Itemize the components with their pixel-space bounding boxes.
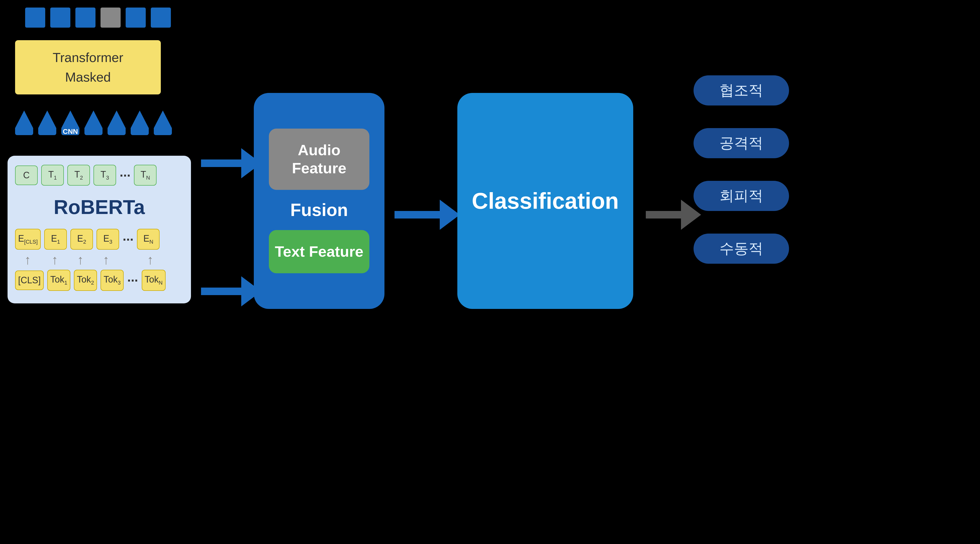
cone-7 <box>154 111 172 135</box>
output-label-1: 공격적 <box>694 128 789 158</box>
arrow-roberta-to-fusion <box>201 276 261 306</box>
fusion-label: Fusion <box>290 200 348 220</box>
t3-token: T3 <box>94 165 116 186</box>
input-token-row: [CLS] Tok1 Tok2 Tok3 ··· TokN <box>15 270 183 290</box>
c-token: C <box>15 165 38 185</box>
blue-sq-2 <box>50 8 70 28</box>
dark-arrow-shaft <box>646 211 681 219</box>
roberta-label: RoBERTa <box>15 196 183 219</box>
e2-token: E2 <box>70 229 93 250</box>
en-token: EN <box>137 229 159 250</box>
dots-2: ··· <box>123 232 134 247</box>
arrow-shaft-2 <box>201 287 241 295</box>
e-token-row: E[CLS] E1 E2 E3 ··· EN <box>15 229 183 250</box>
arrow-audio-to-fusion <box>201 148 261 178</box>
cls-token: [CLS] <box>15 271 44 290</box>
tok2-token: Tok2 <box>74 270 97 290</box>
cone-2 <box>38 111 56 135</box>
e1-token: E1 <box>44 229 67 250</box>
blue-sq-4 <box>126 8 146 28</box>
arrow-shaft-1 <box>201 160 241 167</box>
transformer-line2: Masked <box>20 67 156 87</box>
cone-5 <box>108 111 126 135</box>
arrow-1: ↑ <box>44 252 66 267</box>
tokn-token: TokN <box>142 270 166 290</box>
fusion-box: Audio Feature Fusion Text Feature <box>254 93 385 309</box>
arrow-cls: ↑ <box>15 252 40 267</box>
tn-token: TN <box>134 165 156 186</box>
transformer-line1: Transformer <box>20 48 156 67</box>
output-text-1: 공격적 <box>719 133 763 153</box>
blue-squares-row <box>25 8 171 28</box>
roberta-box: C T1 T2 T3 ··· TN RoBERTa E[CLS] E1 E2 E… <box>8 156 191 303</box>
arrow-3: ↑ <box>95 252 117 267</box>
t2-token: T2 <box>67 165 90 186</box>
cone-4 <box>84 111 102 135</box>
transformer-box: Transformer Masked <box>15 40 161 94</box>
audio-feature-label: Audio Feature <box>274 141 364 177</box>
output-text-0: 협조적 <box>719 81 763 100</box>
arrow-class-to-outputs <box>646 200 701 230</box>
text-feature-label: Text Feature <box>274 243 364 261</box>
arrow-fusion-to-class <box>395 200 460 230</box>
tok1-token: Tok1 <box>47 270 70 290</box>
dots-1: ··· <box>119 168 130 183</box>
up-arrows: ↑ ↑ ↑ ↑ ↑ <box>15 252 183 267</box>
blue-sq-5 <box>151 8 171 28</box>
e3-token: E3 <box>97 229 119 250</box>
main-diagram: Transformer Masked CNN <box>0 0 980 544</box>
audio-feature-box: Audio Feature <box>269 128 369 190</box>
dots-3: ··· <box>127 273 138 288</box>
output-label-3: 수동적 <box>694 233 789 264</box>
tok3-token: Tok3 <box>100 270 124 290</box>
cone-cnn: CNN <box>61 111 80 135</box>
gray-sq <box>100 8 121 28</box>
text-feature-box: Text Feature <box>269 230 369 273</box>
cnn-row: CNN <box>15 111 172 135</box>
output-label-2: 회피적 <box>694 181 789 211</box>
output-text-3: 수동적 <box>719 239 763 259</box>
arrow-head-3 <box>440 200 460 230</box>
classification-label: Classification <box>472 187 619 214</box>
c-token-row: C T1 T2 T3 ··· TN <box>15 165 183 186</box>
cnn-label: CNN <box>63 128 78 136</box>
arrow-n: ↑ <box>139 252 161 267</box>
arrow-shaft-3 <box>395 211 440 219</box>
cone-1 <box>15 111 33 135</box>
arrow-2: ↑ <box>69 252 91 267</box>
blue-sq-3 <box>75 8 95 28</box>
output-section: 협조적 공격적 회피적 수동적 <box>694 75 789 264</box>
output-text-2: 회피적 <box>719 186 763 206</box>
t1-token: T1 <box>41 165 64 186</box>
ecls-token: E[CLS] <box>15 229 41 250</box>
blue-sq-1 <box>25 8 45 28</box>
output-label-0: 협조적 <box>694 75 789 105</box>
cone-6 <box>130 111 149 135</box>
classification-box: Classification <box>457 93 633 309</box>
